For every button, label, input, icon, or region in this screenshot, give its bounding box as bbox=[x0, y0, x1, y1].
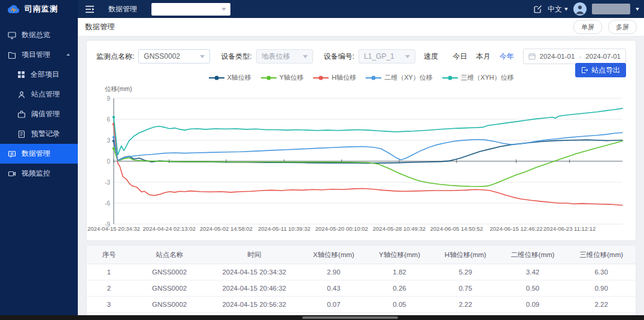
legend-item-0[interactable]: X轴位移 bbox=[209, 73, 251, 82]
sidebar-item-label: 全部项目 bbox=[31, 70, 59, 80]
sidebar-item-label: 视频监控 bbox=[22, 168, 50, 179]
sidebar: 数据总览项目管理全部项目站点管理阈值管理预警记录数据管理视频监控 bbox=[0, 18, 78, 315]
edit-icon[interactable] bbox=[534, 5, 542, 13]
chevron-down-icon bbox=[405, 55, 410, 58]
device-type-value: 地表位移 bbox=[262, 52, 290, 62]
legend-label: H轴位移 bbox=[332, 73, 356, 82]
calendar-icon bbox=[528, 53, 536, 60]
topbar-right: 中文 bbox=[534, 2, 644, 16]
table-cell: 1 bbox=[87, 264, 131, 280]
sidebar-item-5[interactable]: 预警记录 bbox=[0, 124, 78, 144]
this-year-button[interactable]: 今年 bbox=[500, 52, 514, 62]
table-cell: 3.42 bbox=[499, 264, 567, 280]
legend-item-2[interactable]: H轴位移 bbox=[313, 73, 356, 82]
table-cell: 1.82 bbox=[366, 264, 432, 280]
device-type-select[interactable]: 地表位移 bbox=[256, 49, 313, 64]
table-cell: 2024-04-15 20:56:32 bbox=[208, 297, 300, 313]
sidebar-item-1[interactable]: 项目管理 bbox=[0, 45, 78, 65]
legend-item-3[interactable]: 二维（XY）位移 bbox=[366, 73, 433, 82]
chevron-up-icon bbox=[66, 53, 70, 56]
sidebar-item-7[interactable]: 视频监控 bbox=[0, 164, 78, 183]
sidebar-item-2[interactable]: 全部项目 bbox=[0, 65, 78, 84]
legend-marker-icon bbox=[313, 75, 329, 81]
svg-text:2024-05-28 10:49:32: 2024-05-28 10:49:32 bbox=[373, 225, 426, 232]
table-cell: 2.22 bbox=[567, 297, 636, 313]
svg-text:6: 6 bbox=[107, 116, 110, 123]
table-cell: GNSS0002 bbox=[131, 280, 208, 297]
device-no-label: 设备编号: bbox=[324, 52, 354, 62]
horizontal-scrollbar[interactable] bbox=[0, 315, 644, 320]
sidebar-item-3[interactable]: 站点管理 bbox=[0, 84, 78, 104]
svg-text:3: 3 bbox=[107, 137, 110, 144]
legend-marker-icon bbox=[209, 75, 224, 81]
scrollbar-thumb[interactable] bbox=[302, 316, 398, 319]
avatar[interactable] bbox=[573, 2, 587, 16]
project-icon bbox=[8, 51, 16, 59]
table-cell: 0.90 bbox=[567, 280, 636, 297]
svg-text:0: 0 bbox=[107, 158, 110, 165]
data-table-card: 序号站点名称时间X轴位移(mm)Y轴位移(mm)H轴位移(mm)二维位移(mm)… bbox=[87, 246, 636, 320]
legend-marker-icon bbox=[366, 75, 381, 81]
warning-records-icon bbox=[17, 130, 26, 138]
table-cell: 5.29 bbox=[433, 264, 499, 280]
table-header-cell: X轴位移(mm) bbox=[300, 246, 366, 264]
site-manage-icon bbox=[17, 90, 26, 99]
svg-text:-3: -3 bbox=[105, 179, 110, 186]
main-area: 数据管理 单屏 多屏 监测点名称: GNSS0002 设备类型: 地表位移 设备… bbox=[78, 18, 644, 315]
filter-row: 监测点名称: GNSS0002 设备类型: 地表位移 设备编号: L1_GP_1… bbox=[87, 41, 636, 64]
chevron-down-icon[interactable] bbox=[636, 8, 639, 11]
brand: 司南监测 bbox=[0, 0, 78, 18]
sidebar-item-label: 数据总览 bbox=[22, 30, 50, 40]
chevron-down-icon bbox=[564, 8, 568, 11]
this-month-button[interactable]: 本月 bbox=[476, 52, 491, 62]
topbar-left: 数据管理 bbox=[78, 3, 230, 16]
table-header: 序号站点名称时间X轴位移(mm)Y轴位移(mm)H轴位移(mm)二维位移(mm)… bbox=[87, 246, 636, 264]
today-button[interactable]: 今日 bbox=[453, 52, 467, 62]
legend-item-4[interactable]: 三维（XYH）位移 bbox=[442, 73, 514, 82]
sidebar-item-4[interactable]: 阈值管理 bbox=[0, 104, 78, 124]
sidebar-item-label: 项目管理 bbox=[22, 50, 50, 60]
collapse-menu-icon[interactable] bbox=[85, 5, 95, 13]
video-monitor-icon bbox=[8, 170, 16, 178]
overview-icon bbox=[8, 31, 16, 40]
brand-name: 司南监测 bbox=[25, 4, 58, 14]
table-cell: GNSS0002 bbox=[131, 264, 208, 280]
point-name-select[interactable]: GNSS0002 bbox=[138, 49, 210, 64]
topbar-project-select[interactable] bbox=[151, 3, 230, 16]
legend-item-1[interactable]: Y轴位移 bbox=[261, 73, 303, 82]
speed-label[interactable]: 速度 bbox=[424, 52, 438, 62]
table-header-cell: 站点名称 bbox=[131, 246, 208, 264]
export-label: 站点导出 bbox=[591, 65, 620, 76]
legend-marker-icon bbox=[261, 75, 277, 81]
table-header-cell: 二维位移(mm) bbox=[499, 246, 567, 264]
date-end: 2024-07-01 bbox=[585, 53, 621, 60]
svg-text:2024-05-11 10:39:32: 2024-05-11 10:39:32 bbox=[258, 225, 311, 232]
sidebar-item-6[interactable]: 数据管理 bbox=[0, 144, 78, 164]
single-screen-button[interactable]: 单屏 bbox=[573, 20, 602, 34]
language-selector[interactable]: 中文 bbox=[548, 4, 568, 14]
sidebar-item-label: 阈值管理 bbox=[31, 109, 60, 119]
site-export-button[interactable]: 站点导出 bbox=[575, 63, 626, 77]
chevron-down-icon bbox=[303, 55, 308, 58]
chart-legend: X轴位移Y轴位移H轴位移二维（XY）位移三维（XYH）位移 bbox=[87, 73, 636, 82]
date-range-picker[interactable]: 2024-01-01 - 2024-07-01 bbox=[523, 49, 627, 64]
device-no-select[interactable]: L1_GP_1 bbox=[359, 49, 415, 64]
subheader: 数据管理 单屏 多屏 bbox=[78, 18, 644, 36]
point-name-label: 监测点名称: bbox=[96, 52, 134, 62]
svg-text:2024-05-02 14:58:02: 2024-05-02 14:58:02 bbox=[200, 225, 253, 232]
svg-text:2024-04-15 20:34:32: 2024-04-15 20:34:32 bbox=[87, 225, 140, 232]
username-redacted[interactable] bbox=[592, 4, 630, 14]
table-cell: GNSS0002 bbox=[131, 297, 208, 313]
table-row: 3GNSS00022024-04-15 20:56:320.070.052.22… bbox=[87, 297, 636, 313]
svg-text:2024-06-23 11:12:12: 2024-06-23 11:12:12 bbox=[543, 225, 596, 232]
table-header-cell: 时间 bbox=[208, 246, 300, 264]
date-start: 2024-01-01 bbox=[540, 53, 575, 60]
sidebar-menu: 数据总览项目管理全部项目站点管理阈值管理预警记录数据管理视频监控 bbox=[0, 18, 78, 183]
table-header-cell: 三维位移(mm) bbox=[567, 246, 636, 264]
table-cell: 2 bbox=[87, 280, 131, 297]
data-manage-icon bbox=[8, 150, 16, 158]
legend-label: X轴位移 bbox=[227, 73, 251, 82]
multi-screen-button[interactable]: 多屏 bbox=[608, 20, 637, 34]
date-quick-controls: 今日 本月 今年 2024-01-01 - 2024-07-01 bbox=[453, 49, 627, 64]
sidebar-item-0[interactable]: 数据总览 bbox=[0, 25, 78, 45]
